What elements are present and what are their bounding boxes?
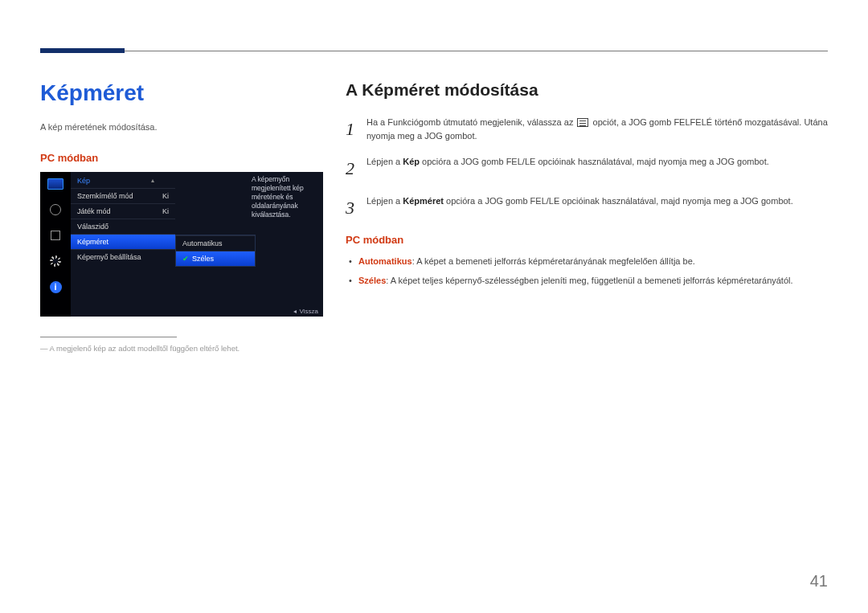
menu-icon	[577, 118, 588, 127]
step-body: Lépjen a Képméret opcióra a JOG gomb FEL…	[366, 194, 828, 221]
bullet-text: : A képet a bemeneti jelforrás képméreta…	[412, 256, 695, 266]
list-item: Széles: A képet teljes képernyő-szélessé…	[347, 275, 828, 288]
step-text: Ha a Funkciógomb útmutató megjelenik, vá…	[366, 117, 575, 127]
right-heading: A Képméret módosítása	[346, 80, 828, 100]
page-content: Képméret A kép méretének módosítása. PC …	[40, 80, 828, 353]
header-rule	[125, 51, 828, 51]
mode-title-right: PC módban	[346, 234, 828, 246]
bullet-label: Automatikus	[358, 256, 412, 266]
chevron-up-icon: ▴	[151, 177, 154, 184]
step-text: Lépjen a	[366, 196, 403, 206]
step-number: 3	[346, 194, 366, 221]
osd-dropdown-label: Széles	[192, 255, 214, 263]
step-2: 2 Lépjen a Kép opcióra a JOG gomb FEL/LE…	[346, 155, 828, 182]
step-number: 1	[346, 116, 366, 142]
section-description: A kép méretének módosítása.	[40, 122, 321, 132]
bullet-label: Széles	[358, 276, 386, 285]
check-icon: ✔	[182, 255, 189, 263]
osd-description: A képernyőn megjelenített kép méretének …	[252, 175, 320, 219]
osd-item: Válaszidő	[71, 219, 175, 234]
osd-item-value: Ki	[162, 192, 169, 200]
osd-dropdown: Automatikus ✔Széles	[175, 235, 256, 267]
footnote: ― A megjelenő kép az adott modelltől füg…	[40, 344, 321, 353]
osd-sidebar: i	[40, 172, 71, 317]
osd-item: Játék módKi	[71, 203, 175, 219]
osd-menu: Kép ▴ Szemkímélő módKi Játék módKi Válas…	[71, 172, 175, 317]
osd-dropdown-item-selected: ✔Széles	[176, 251, 255, 266]
footnote-separator	[40, 337, 177, 337]
osd-item: Szemkímélő módKi	[71, 188, 175, 203]
osd-dropdown-label: Automatikus	[182, 239, 223, 247]
settings-gear-icon	[47, 254, 64, 268]
osd-main: Kép ▴ Szemkímélő módKi Játék módKi Válas…	[71, 172, 323, 317]
bullet-text: : A képet teljes képernyő-szélességben j…	[386, 276, 792, 285]
osd-item-value: Ki	[162, 207, 169, 215]
step-1: 1 Ha a Funkciógomb útmutató megjelenik, …	[346, 116, 828, 142]
osd-back-label: Vissza	[300, 308, 318, 315]
step-text: Lépjen a	[366, 157, 403, 166]
osd-item-label: Képméret	[77, 238, 108, 246]
list-item: Automatikus: A képet a bemeneti jelforrá…	[347, 255, 828, 268]
osd-dropdown-item: Automatikus	[176, 235, 255, 251]
step-body: Lépjen a Kép opcióra a JOG gomb FEL/LE o…	[366, 155, 828, 182]
step-keyword: Képméret	[403, 196, 444, 206]
osd-item-selected: Képméret	[71, 234, 175, 249]
pip-icon	[47, 228, 64, 243]
osd-item: Képernyő beállítása	[71, 249, 175, 264]
info-icon: i	[47, 280, 64, 294]
osd-item-label: Képernyő beállítása	[77, 253, 141, 261]
step-number: 2	[346, 155, 366, 182]
mode-title-left: PC módban	[40, 152, 321, 164]
osd-menu-title: Kép	[71, 175, 175, 188]
step-3: 3 Lépjen a Képméret opcióra a JOG gomb F…	[346, 194, 828, 221]
osd-right-panel: A képernyőn megjelenített kép méretének …	[175, 172, 323, 317]
osd-item-label: Játék mód	[77, 207, 111, 215]
osd-screenshot: i Kép ▴ Szemkímélő módKi Játék módKi Vál…	[40, 172, 323, 317]
step-text: opcióra a JOG gomb FEL/LE opcióinak hasz…	[444, 196, 793, 206]
right-column: A Képméret módosítása 1 Ha a Funkciógomb…	[346, 80, 828, 353]
left-column: Képméret A kép méretének módosítása. PC …	[40, 80, 346, 353]
osd-item-label: Válaszidő	[77, 223, 108, 231]
header-accent-bar	[40, 48, 125, 53]
osd-footer: ◂ Vissza	[293, 308, 318, 315]
chevron-left-icon: ◂	[293, 308, 297, 315]
step-keyword: Kép	[403, 157, 420, 166]
brightness-icon	[47, 202, 64, 217]
monitor-icon	[47, 177, 64, 191]
bullet-list: Automatikus: A képet a bemeneti jelforrá…	[346, 255, 828, 288]
osd-item-label: Szemkímélő mód	[77, 192, 133, 200]
step-body: Ha a Funkciógomb útmutató megjelenik, vá…	[366, 116, 828, 142]
step-text: opcióra a JOG gomb FEL/LE opcióinak hasz…	[420, 157, 769, 166]
section-title: Képméret	[40, 80, 321, 106]
page-number: 41	[810, 572, 828, 591]
